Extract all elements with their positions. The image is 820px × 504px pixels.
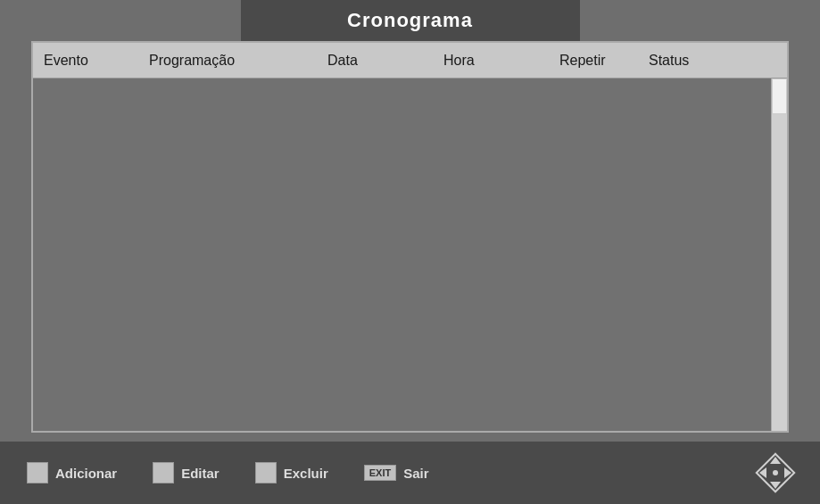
page-title: Cronograma bbox=[259, 9, 562, 32]
excluir-button[interactable]: Excluir bbox=[255, 462, 328, 483]
excluir-icon bbox=[255, 462, 277, 483]
col-header-data: Data bbox=[319, 53, 435, 69]
col-header-evento: Evento bbox=[33, 53, 140, 69]
arrow-right-icon bbox=[784, 467, 791, 478]
scrollbar[interactable] bbox=[771, 78, 787, 431]
arrow-up-icon bbox=[770, 457, 781, 464]
arrow-left-icon bbox=[759, 467, 766, 478]
main-container: Cronograma Evento Programação Data Hora … bbox=[0, 0, 820, 504]
scrollbar-thumb[interactable] bbox=[772, 78, 787, 114]
col-header-repetir: Repetir bbox=[551, 53, 640, 69]
table-header: Evento Programação Data Hora Repetir Sta… bbox=[33, 43, 787, 78]
arrow-down-icon bbox=[770, 482, 781, 489]
col-header-programacao: Programação bbox=[140, 53, 319, 69]
sair-label: Sair bbox=[403, 466, 428, 481]
editar-label: Editar bbox=[181, 466, 219, 481]
nav-center-dot bbox=[773, 470, 778, 475]
schedule-table: Evento Programação Data Hora Repetir Sta… bbox=[31, 41, 789, 433]
table-body bbox=[33, 78, 787, 431]
col-header-hora: Hora bbox=[435, 53, 551, 69]
nav-diamond bbox=[758, 455, 793, 491]
footer: Adicionar Editar Excluir EXIT Sair bbox=[0, 442, 820, 504]
title-bar: Cronograma bbox=[241, 0, 580, 41]
editar-icon bbox=[153, 462, 174, 483]
adicionar-label: Adicionar bbox=[55, 466, 117, 481]
adicionar-icon bbox=[27, 462, 48, 483]
exit-icon: EXIT bbox=[364, 465, 396, 481]
editar-button[interactable]: Editar bbox=[153, 462, 219, 483]
excluir-label: Excluir bbox=[284, 466, 328, 481]
sair-button[interactable]: EXIT Sair bbox=[364, 465, 429, 481]
col-header-status: Status bbox=[640, 53, 787, 69]
navigation-icon[interactable] bbox=[758, 455, 793, 491]
content-area: Evento Programação Data Hora Repetir Sta… bbox=[0, 41, 820, 442]
adicionar-button[interactable]: Adicionar bbox=[27, 462, 117, 483]
